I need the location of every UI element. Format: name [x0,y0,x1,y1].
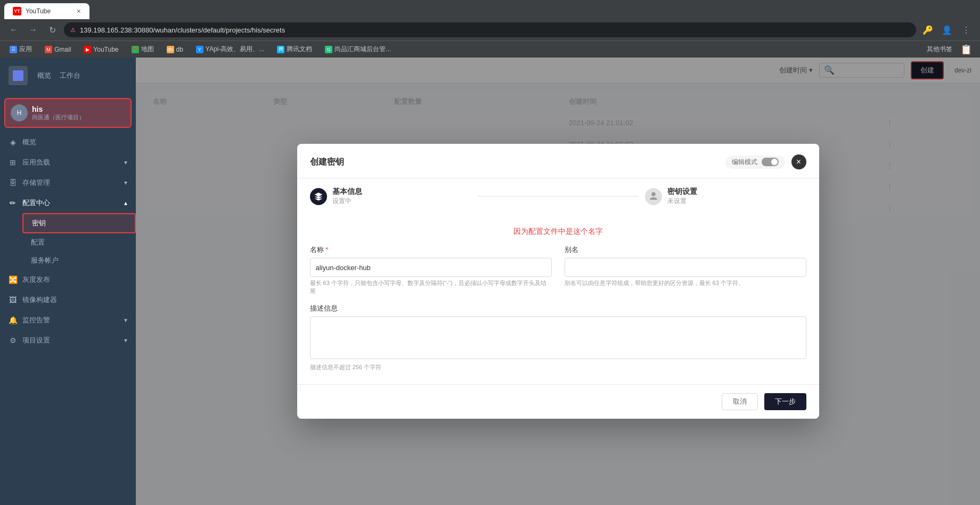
back-button[interactable]: ← [6,22,21,37]
bookmark-shp[interactable]: G 尚品汇商城后台管... [322,44,394,55]
tab-label: YouTube [26,7,51,15]
sidebar-nav-top-workbench[interactable]: 工作台 [60,71,80,80]
maps-favicon: 📍 [132,46,139,53]
bookmark-tencent-label: 腾讯文档 [287,45,312,54]
active-tab[interactable]: YT YouTube × [4,3,89,19]
content-area: 创建时间 ▾ 🔍 创建 dev-zi 名称 类型 配置数量 创建时间 [136,58,980,505]
yapi-favicon: Y [196,46,203,53]
sidebar-settings-label: 项目设置 [22,336,50,345]
step2-info: 密钥设置 未设置 [667,187,697,206]
grayscale-icon: 🔀 [9,275,17,284]
settings-expand-icon: ▾ [124,337,127,344]
step1-icon [310,188,327,205]
overview-icon: ◈ [9,138,17,146]
bookmark-gmail-label: Gmail [54,46,71,53]
sidebar-nav-top-store[interactable]: 概览 [37,71,51,80]
bookmark-maps[interactable]: 📍 地图 [128,44,157,55]
sidebar-item-serviceaccount[interactable]: 服务帐户 [22,251,136,270]
sidebar-imagebuilder-label: 镜像构建器 [22,295,57,305]
bookmark-yapi[interactable]: Y YApi-高效、易用、... [193,44,267,55]
bookmark-db[interactable]: db db [164,45,186,54]
bookmark-shp-label: 尚品汇商城后台管... [334,45,391,54]
youtube-favicon: ▶ [84,46,91,53]
address-bar[interactable]: ⚠ 139.198.165.238:30880/wuhan/clusters/d… [64,22,916,37]
step2-sub: 未设置 [667,197,697,206]
project-card[interactable]: H his 尚医通（医疗项目） [4,98,132,128]
sidebar-item-workload[interactable]: ⊞ 应用负载 ▾ [0,152,136,173]
close-icon: × [796,157,801,167]
name-alias-row: 名称 * 最长 63 个字符，只能包含小写字母、数字及分隔符("-")，且必须以… [310,245,806,295]
sidebar-item-imagebuilder[interactable]: 🖼 镜像构建器 [0,290,136,310]
tencent-favicon: 腾 [277,46,284,53]
edit-mode-label: 编辑模式 [732,158,757,167]
sidebar-item-storage[interactable]: 🗄 存储管理 ▾ [0,173,136,193]
db-favicon: db [167,46,174,53]
project-initial: H [17,109,22,117]
edit-mode-switch[interactable] [762,158,779,166]
more-button[interactable]: ⋮ [959,22,974,37]
bookmark-gmail[interactable]: M Gmail [42,45,74,54]
tab-close-button[interactable]: × [77,7,81,15]
cancel-button[interactable]: 取消 [722,393,758,410]
sidebar-item-secrets[interactable]: 密钥 [22,213,136,233]
desc-group: 描述信息 描述信息不超过 256 个字符 [310,304,806,371]
edit-mode-toggle[interactable]: 编辑模式 [725,156,785,169]
security-warning-icon: ⚠ [70,27,76,34]
bookmark-youtube[interactable]: ▶ YouTube [80,45,121,54]
sidebar-logo [9,66,28,85]
desc-label: 描述信息 [310,304,806,313]
desc-textarea[interactable] [310,316,806,359]
settings-icon: ⚙ [9,336,17,345]
sidebar-monitor-label: 监控告警 [22,315,50,325]
sidebar-config-label: 配置中心 [22,198,50,208]
project-avatar: H [11,104,28,121]
bookmark-tencent[interactable]: 腾 腾讯文档 [274,44,315,55]
bookmark-maps-label: 地图 [141,45,154,54]
profile-button[interactable]: 👤 [940,22,954,37]
step1-sub: 设置中 [332,197,362,206]
project-sub: 尚医通（医疗项目） [32,113,85,121]
alias-label: 别名 [565,245,806,255]
sidebar-item-config[interactable]: ✏ 配置中心 ▴ [0,193,136,213]
gmail-favicon: M [45,46,52,53]
forward-button[interactable]: → [26,22,40,37]
next-button[interactable]: 下一步 [764,393,806,410]
sidebar-item-overview[interactable]: ◈ 概览 [0,132,136,152]
browser-tabs-bar: YT YouTube × ← → ↻ ⚠ 139.198.165.238:308… [0,0,980,40]
modal-close-button[interactable]: × [791,154,806,169]
sidebar-item-monitor[interactable]: 🔔 监控告警 ▾ [0,310,136,330]
bookmark-apps[interactable]: ⠿ 应用 [6,44,35,55]
tabs-container: YT YouTube × [0,0,980,19]
project-info: his 尚医通（医疗项目） [32,105,85,121]
sidebar-workload-label: 应用负载 [22,158,50,167]
bookmarks-bar: ⠿ 应用 M Gmail ▶ YouTube 📍 地图 db db Y YApi… [0,40,980,58]
refresh-button[interactable]: ↻ [45,22,60,37]
bookmark-yapi-label: YApi-高效、易用、... [206,45,264,54]
monitor-expand-icon: ▾ [124,316,127,324]
sidebar-item-settings[interactable]: ⚙ 项目设置 ▾ [0,330,136,351]
bookmark-db-label: db [176,46,183,53]
create-secret-modal: 创建密钥 编辑模式 × [297,144,819,419]
alias-input[interactable] [565,258,806,277]
name-input[interactable] [310,258,552,277]
name-group: 名称 * 最长 63 个字符，只能包含小写字母、数字及分隔符("-")，且必须以… [310,245,552,295]
storage-icon: 🗄 [9,178,17,187]
sidebar-overview-label: 概览 [22,137,36,147]
logo-icon [13,70,23,81]
main-layout: 概览 工作台 H his 尚医通（医疗项目） ◈ 概览 ⊞ 应用负载 ▾ [0,58,980,505]
step-2: 密钥设置 未设置 [645,187,806,206]
sidebar-nav: ◈ 概览 ⊞ 应用负载 ▾ 🗄 存储管理 ▾ ✏ 配置中心 ▴ 密钥 配置 服 [0,132,136,505]
reading-list-button[interactable]: 📋 [959,42,974,57]
sidebar-item-grayscale[interactable]: 🔀 灰度发布 [0,270,136,290]
other-bookmarks[interactable]: 其他书签 [927,45,952,54]
modal-title: 创建密钥 [310,157,344,168]
storage-expand-icon: ▾ [124,179,127,186]
sidebar-item-configmap[interactable]: 配置 [22,233,136,251]
sidebar-header: 概览 工作台 [0,58,136,94]
extensions-button[interactable]: 🔑 [920,22,935,37]
sidebar-grayscale-label: 灰度发布 [22,275,50,284]
step-1: 基本信息 设置中 [310,187,471,206]
modal-header: 创建密钥 编辑模式 × [297,144,819,178]
workload-icon: ⊞ [9,158,17,167]
shp-favicon: G [325,46,332,53]
